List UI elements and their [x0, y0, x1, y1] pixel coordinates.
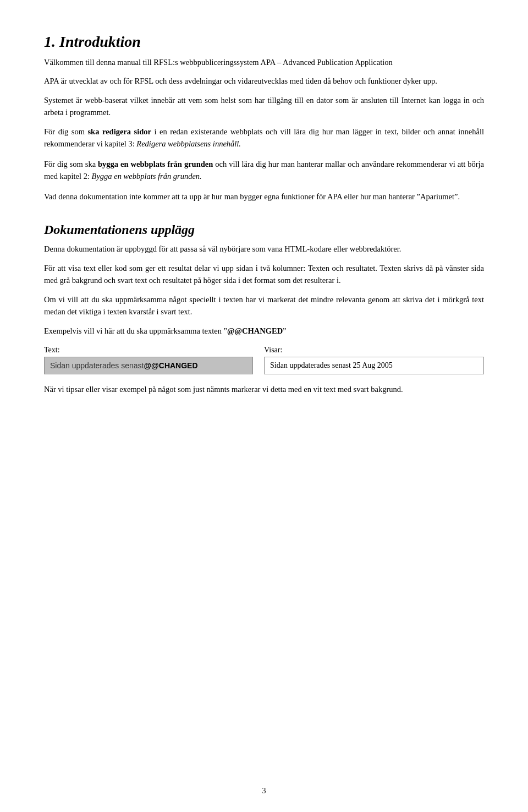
doc-p7: Denna dokumentation är uppbyggd för att … — [44, 243, 484, 255]
example-white-box: Sidan uppdaterades senast 25 Aug 2005 — [264, 357, 484, 374]
doc-p8: För att visa text eller kod som ger ett … — [44, 262, 484, 287]
doc-p9: Om vi vill att du ska uppmärksamma något… — [44, 293, 484, 318]
text-label: Text: — [44, 346, 264, 355]
example-visar-col: Visar: Sidan uppdaterades senast 25 Aug … — [264, 346, 484, 374]
doc-p11: När vi tipsar eller visar exempel på någ… — [44, 383, 484, 395]
white-box-text: Sidan uppdaterades senast 25 Aug 2005 — [270, 361, 393, 370]
gray-box-pre-text: Sidan uppdaterades senast — [50, 361, 144, 370]
doc-p10: Exempelvis vill vi här att du ska uppmär… — [44, 325, 484, 337]
intro-p2: APA är utvecklat av och för RFSL och des… — [44, 75, 484, 87]
intro-p4: För dig som ska redigera sidor i en reda… — [44, 126, 484, 150]
visar-label: Visar: — [264, 346, 484, 355]
page-number: 3 — [262, 787, 266, 795]
intro-p5: För dig som ska bygga en webbplats från … — [44, 158, 484, 183]
example-text-col: Text: Sidan uppdaterades senast @@CHANGE… — [44, 346, 264, 374]
gray-box-changed: @@CHANGED — [144, 361, 197, 370]
example-table: Text: Sidan uppdaterades senast @@CHANGE… — [44, 346, 484, 374]
intro-p3: Systemet är webb-baserat vilket innebär … — [44, 94, 484, 119]
intro-p6: Vad denna dokumentation inte kommer att … — [44, 190, 484, 203]
section-heading-dokumentation: Dokumentationens upplägg — [44, 222, 484, 237]
intro-p1: Välkommen till denna manual till RFSL:s … — [44, 56, 484, 68]
example-gray-box: Sidan uppdaterades senast @@CHANGED — [44, 357, 253, 374]
page-heading: 1. Introduktion — [44, 33, 484, 51]
